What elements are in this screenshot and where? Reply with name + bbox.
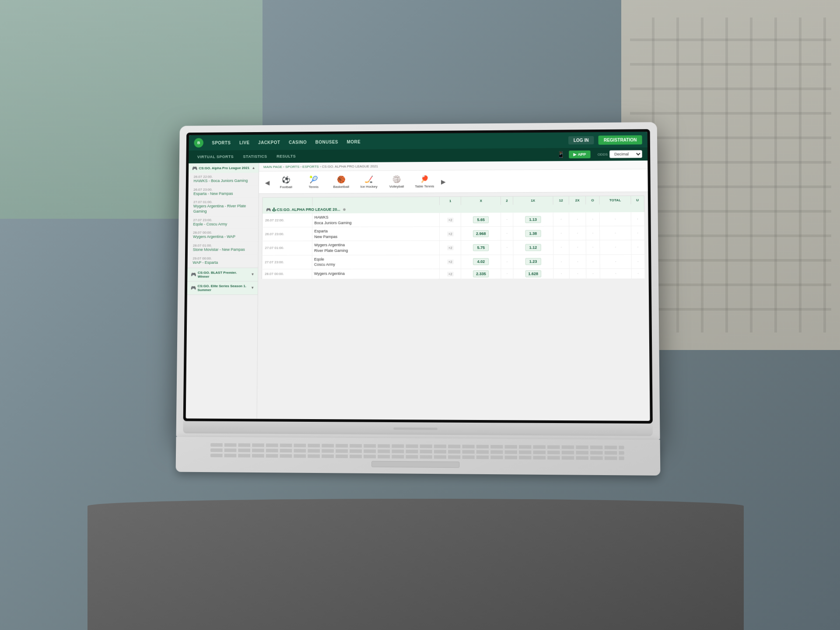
breadcrumb-current: CS:GO. ALPHA PRO LEAGUE 2021: [322, 164, 378, 169]
sidebar-league-3-header[interactable]: 🎮 CS:GO. Elite Series Season 1. Summer ▼: [187, 281, 258, 294]
icehockey-label: Ice Hockey: [360, 185, 378, 189]
nav-item-bonuses[interactable]: BONUSES: [312, 138, 342, 146]
col-1: 1: [440, 196, 461, 205]
sub-nav-results[interactable]: RESULTS: [273, 153, 299, 160]
col-1x: 1X: [513, 196, 553, 205]
sidebar-league-3: 🎮 CS:GO. Elite Series Season 1. Summer ▼: [187, 281, 258, 295]
sport-basketball[interactable]: 🏀 Basketball: [328, 174, 354, 191]
odds-o-3: ·: [600, 240, 631, 254]
sport-icehockey[interactable]: 🏒 Ice Hockey: [356, 173, 382, 190]
nav-item-live[interactable]: LIVE: [236, 138, 253, 147]
odds-1-2[interactable]: 2.968: [461, 227, 501, 241]
mobile-icon: 📱: [557, 151, 564, 158]
odds-1-3[interactable]: 5.75: [461, 241, 501, 255]
tennis-icon: 🎾: [309, 175, 318, 184]
sport-volleyball[interactable]: 🏐 Volleyball: [384, 173, 410, 190]
odds-12-5: ·: [569, 269, 586, 279]
nav-item-sports[interactable]: SPORTS: [208, 139, 234, 147]
sidebar-league-1-name: CS:GO. Alpha Pro League 2021: [199, 166, 250, 170]
esports-icon: 🎮: [192, 166, 197, 171]
odds-1-1[interactable]: 5.65: [461, 213, 501, 227]
match-teams: Wygers Argentina - River Plate Gaming: [193, 204, 255, 214]
odds-12-2: ·: [569, 226, 586, 240]
match-teams-3: Wygers Argentina River Plate Gaming: [312, 241, 440, 255]
basketball-icon: 🏀: [337, 175, 346, 184]
sidebar-match-7[interactable]: 29.07 00:00. WAP - Esparta: [188, 255, 258, 268]
col-u: U: [631, 196, 644, 204]
sidebar-match-3[interactable]: 27.07 01:00. Wygers Argentina - River Pl…: [188, 198, 259, 216]
login-button[interactable]: LOG IN: [568, 136, 594, 144]
odds-1-4[interactable]: 4.02: [461, 255, 501, 269]
nav-item-casino[interactable]: CASINO: [285, 138, 310, 146]
sidebar-league-2-header[interactable]: 🎮 CS:GO. BLAST Premier. Winner ▼: [187, 268, 258, 281]
odds-2-4[interactable]: 1.23: [513, 255, 553, 269]
sport-tennis[interactable]: 🎾 Tennis: [301, 174, 326, 191]
col-time: [262, 197, 312, 206]
sub-nav-stats[interactable]: STATISTICS: [240, 153, 271, 160]
sidebar-match-5[interactable]: 28.07 00:00. Wygers Argentina - WAP: [188, 229, 258, 242]
odds-2-5[interactable]: 1.628: [513, 269, 553, 279]
sidebar-match-6[interactable]: 28.07 01:00. Stone Movistar - New Pampas: [188, 242, 258, 255]
col-o: O: [586, 196, 599, 205]
trackpad[interactable]: [371, 461, 459, 468]
sidebar-league-3-expand[interactable]: ▼: [251, 286, 254, 290]
match-time: 29.07 00:00.: [192, 256, 254, 260]
odds-12-3: ·: [569, 240, 586, 254]
league-name-cell: 🎮 🕹 CS:GO. ALPHA PRO LEAGUE 20... ⊕: [262, 205, 440, 214]
odds-x-5: ·: [501, 269, 513, 279]
col-teams: [312, 197, 440, 206]
breadcrumb-main[interactable]: MAIN PAGE: [263, 165, 282, 169]
match-teams: WAP - Esparta: [192, 260, 254, 266]
odds-2-2[interactable]: 1.38: [513, 226, 553, 240]
nav-item-jackpot[interactable]: JACKPOT: [255, 138, 284, 147]
match-teams: HAWKS - Boca Juniors Gaming: [193, 178, 255, 184]
screen-content: B SPORTS LIVE JACKPOT CASINO BONUSES MOR…: [186, 132, 650, 421]
register-button[interactable]: REGISTRATION: [598, 135, 642, 145]
odds-1x-4: ·: [553, 255, 570, 269]
trackpad-notch: [393, 427, 438, 430]
site-logo[interactable]: B: [194, 138, 203, 148]
table-row: 27.07 01:00. Wygers Argentina River Plat…: [262, 240, 644, 255]
odds-2x-1: ·: [586, 212, 599, 226]
icehockey-icon: 🏒: [364, 175, 373, 183]
odds-total-3: ·: [631, 240, 645, 254]
sidebar-league-1-expand[interactable]: ▲: [252, 166, 256, 170]
match-teams: Esparta - New Pampas: [193, 191, 255, 196]
odds-1-5[interactable]: 2.335: [461, 269, 501, 279]
sports-next-icon[interactable]: ▶: [439, 178, 448, 185]
odds-o-1: ·: [599, 212, 631, 226]
odds-1x-3: ·: [553, 240, 569, 254]
betting-table: 1 X 2 1X 12 2X O TOTAL U: [262, 196, 645, 279]
sidebar-match-2[interactable]: 26.07 23:00. Esparta - New Pampas: [188, 186, 259, 199]
odds-o-4: ·: [600, 254, 631, 268]
odds-2x-3: ·: [586, 240, 600, 254]
sidebar-league-1: 🎮 CS:GO. Alpha Pro League 2021 ▲ 26.07 2…: [188, 163, 259, 268]
match-time: 28.07 00:00.: [193, 231, 255, 234]
odds-12-4: ·: [569, 255, 586, 269]
sidebar-league-1-header[interactable]: 🎮 CS:GO. Alpha Pro League 2021 ▲: [189, 163, 259, 173]
breadcrumb-esports[interactable]: ESPORTS: [302, 164, 319, 168]
nav-item-more[interactable]: MORE: [343, 137, 364, 146]
odds-2-1[interactable]: 1.13: [513, 213, 553, 227]
odds-2-3[interactable]: 1.12: [513, 240, 553, 254]
sidebar-match-1[interactable]: 26.07 22:00. HAWKS - Boca Juniors Gaming: [189, 173, 259, 186]
sidebar-match-4[interactable]: 27.07 23:00. Eqole - Coscu Army: [188, 216, 259, 229]
odds-x-1: ·: [501, 213, 513, 227]
odds-handicap-3: +2: [440, 241, 461, 255]
odds-selector[interactable]: Decimal Fractional American: [609, 150, 642, 158]
odds-total-5: ·: [631, 269, 645, 279]
app-button[interactable]: ▶ APP: [569, 150, 591, 158]
match-time-5: 28.07 00:00.: [262, 269, 312, 279]
sub-nav-virtual[interactable]: VIRTUAL SPORTS: [194, 153, 237, 160]
odds-o-2: ·: [600, 226, 631, 240]
breadcrumb-sports[interactable]: SPORTS: [285, 165, 299, 169]
sports-prev-icon[interactable]: ◀: [263, 179, 272, 186]
football-label: Football: [280, 185, 292, 189]
volleyball-icon: 🏐: [392, 175, 401, 183]
tabletennis-icon: 🏓: [420, 175, 429, 183]
sport-tabletennis[interactable]: 🏓 Table Tennis: [411, 173, 438, 190]
odds-x-3: ·: [501, 241, 513, 255]
sidebar-league-2-expand[interactable]: ▼: [251, 273, 255, 276]
football-icon: ⚽: [282, 175, 290, 184]
sport-football[interactable]: ⚽ Football: [273, 174, 299, 191]
